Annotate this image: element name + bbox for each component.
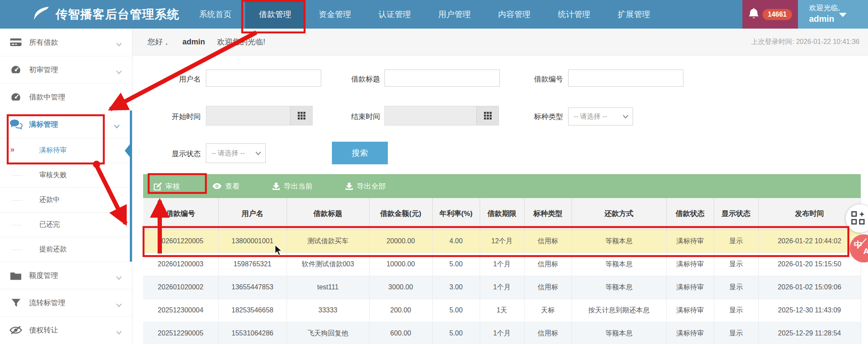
column-header-年利率(%): 年利率(%)	[432, 198, 480, 230]
table-cell: 2026-01-02 15:09:06	[758, 276, 861, 299]
sidebar-subitem-label: 满标待审	[39, 146, 67, 155]
table-cell: 5.00	[432, 253, 480, 276]
table-cell: 4.00	[432, 230, 480, 253]
sidebar-item-label: 所有借款	[29, 38, 58, 47]
tree-stub	[12, 200, 22, 201]
loan-admin-page: 传智播客后台管理系统 系统首页借款管理资金管理认证管理用户管理内容管理统计管理扩…	[0, 0, 868, 344]
table-cell: 2025-12-29 11:28:54	[758, 322, 861, 344]
tree-stub	[12, 225, 22, 225]
sidebar-item-债权转让[interactable]: 债权转让	[0, 316, 132, 344]
column-header-标种类型: 标种类型	[524, 198, 572, 230]
toolbar-button-label: 审核	[165, 181, 180, 191]
user-menu[interactable]: 欢迎光临, admin	[798, 0, 868, 29]
nav-item-统计管理[interactable]: 统计管理	[544, 0, 604, 29]
sidebar-subitem-label: 审核失败	[39, 171, 67, 180]
table-cell: 1598765321	[218, 253, 287, 276]
bell-icon	[748, 8, 759, 21]
username-input[interactable]	[206, 70, 321, 87]
edit-icon	[154, 182, 162, 190]
brand[interactable]: 传智播客后台管理系统	[32, 0, 179, 29]
end-time-label: 结束时间	[308, 112, 380, 122]
loan-code-label: 借款编号	[490, 74, 563, 84]
loan-code-input[interactable]	[568, 70, 683, 87]
column-header-借款金额(元): 借款金额(元)	[369, 198, 432, 230]
toolbar-button-审核[interactable]: 审核	[154, 181, 180, 191]
loan-title-input[interactable]	[384, 70, 500, 87]
table-cell: 等额本息	[572, 276, 666, 299]
table-row[interactable]: 20260122000513800001001测试借款买车20000.004.0…	[143, 230, 861, 253]
table-cell: 5.00	[432, 322, 480, 344]
tree-stub	[12, 250, 22, 250]
table-row[interactable]: 20251229000515531064286飞天狗回复他600.005.001…	[143, 322, 861, 344]
toolbar-button-导出当前[interactable]: 导出当前	[272, 181, 313, 191]
leaf-logo-icon	[32, 6, 50, 23]
column-header-借款状态: 借款状态	[666, 198, 714, 230]
table-cell: 13800001001	[218, 230, 287, 253]
toolbar-button-label: 导出全部	[357, 181, 386, 191]
sidebar-subitem-满标待审[interactable]: »满标待审	[0, 138, 130, 163]
sidebar-item-额度管理[interactable]: 额度管理	[0, 262, 132, 289]
toolbar-button-查看[interactable]: 查看	[212, 181, 240, 191]
end-time-input[interactable]	[384, 106, 499, 125]
sidebar-group-满标管理: 满标管理»满标待审审核失败还款中已还完提前还款	[0, 111, 132, 262]
table-row[interactable]: 2026012000031598765321软件测试借款00310000.005…	[143, 253, 861, 276]
table-cell: 3000.00	[369, 276, 432, 299]
display-status-select[interactable]: -- 请选择 --	[206, 143, 266, 163]
toolbar-button-导出全部[interactable]: 导出全部	[345, 181, 386, 191]
chevron-down-icon	[116, 329, 122, 336]
sidebar-subitem-提前还款[interactable]: 提前还款	[0, 237, 130, 262]
greeting-username: admin	[182, 38, 205, 47]
table-cell: 天标	[524, 299, 572, 322]
column-header-借款期限: 借款期限	[480, 198, 524, 230]
translate-icon: 中 A	[853, 239, 868, 258]
sidebar-subitem-还款中[interactable]: 还款中	[0, 187, 130, 212]
notifications-button[interactable]: 14661	[742, 0, 798, 29]
table-cell: 按天计息到期还本息	[572, 299, 666, 322]
nav-item-资金管理[interactable]: 资金管理	[305, 0, 365, 29]
nav-item-认证管理[interactable]: 认证管理	[365, 0, 425, 29]
table-cell: 20000.00	[369, 230, 432, 253]
tree-stub	[12, 175, 22, 176]
table-toolbar: 审核查看导出当前导出全部	[143, 174, 861, 198]
sidebar-item-所有借款[interactable]: 所有借款	[0, 29, 132, 56]
sidebar-item-初审管理[interactable]: 初审管理	[0, 56, 132, 83]
sidebar-item-满标管理[interactable]: 满标管理	[0, 111, 130, 138]
table-cell: 满标待审	[666, 299, 714, 322]
sidebar-item-label: 流转标管理	[29, 298, 65, 308]
column-header-发布时间: 发布时间	[758, 198, 861, 230]
table-cell: 33333	[287, 299, 369, 322]
table-cell: 202512290005	[143, 322, 218, 344]
table-cell: 10000.00	[369, 253, 432, 276]
sidebar-item-流转标管理[interactable]: 流转标管理	[0, 289, 132, 316]
double-angle-icon: »	[10, 145, 15, 154]
bid-type-label: 标种类型	[490, 112, 563, 122]
table-cell: 18253546658	[218, 299, 287, 322]
start-time-label: 开始时间	[128, 112, 201, 122]
table-cell: 2026-01-22 10:44:02	[758, 230, 861, 253]
toolbar-button-label: 查看	[225, 181, 240, 191]
table-cell: 信用标	[524, 276, 572, 299]
sidebar-item-label: 初审管理	[29, 65, 58, 75]
sidebar-item-label: 借款中管理	[29, 92, 65, 102]
nav-item-用户管理[interactable]: 用户管理	[425, 0, 484, 29]
table-cell: 5.00	[432, 299, 480, 322]
sidebar-subitem-审核失败[interactable]: 审核失败	[0, 163, 130, 187]
greeting-prefix: 您好，	[147, 37, 170, 47]
start-time-input[interactable]	[206, 106, 313, 125]
nav-item-系统首页[interactable]: 系统首页	[185, 0, 245, 29]
sidebar-item-借款中管理[interactable]: 借款中管理	[0, 83, 132, 111]
search-button[interactable]: 搜索	[332, 142, 388, 164]
nav-item-扩展管理[interactable]: 扩展管理	[604, 0, 664, 29]
table-cell: 202601020002	[143, 276, 218, 299]
table-cell: 13655447853	[218, 276, 287, 299]
nav-item-借款管理[interactable]: 借款管理	[245, 0, 305, 29]
table-row[interactable]: 2025123000041825354665833333200.005.001天…	[143, 299, 861, 322]
nav-item-内容管理[interactable]: 内容管理	[484, 0, 544, 29]
table-cell: 15531064286	[218, 322, 287, 344]
bid-type-select[interactable]: -- 请选择 --	[568, 108, 633, 125]
table-cell: 显示	[714, 230, 758, 253]
sidebar-subitem-已还完[interactable]: 已还完	[0, 212, 130, 237]
sidebar-item-label: 满标管理	[29, 120, 58, 129]
table-row[interactable]: 20260102000213655447853test1113000.003.0…	[143, 276, 861, 299]
column-header-还款方式: 还款方式	[572, 198, 666, 230]
